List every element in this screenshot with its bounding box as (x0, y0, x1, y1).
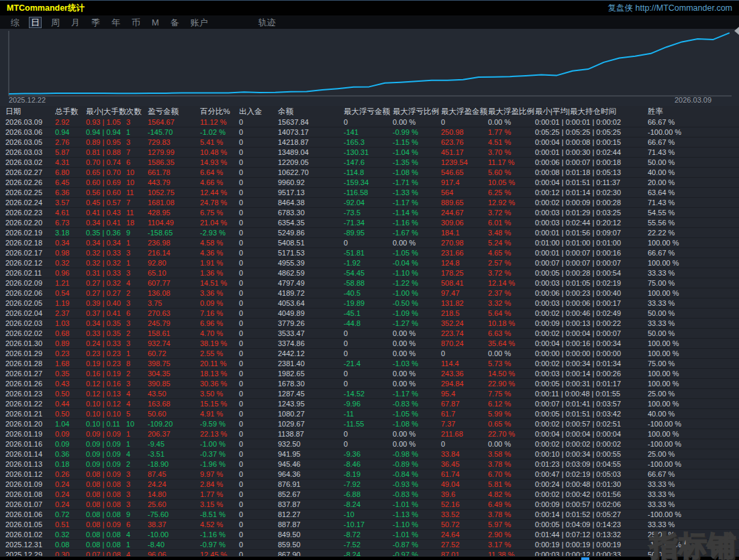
column-header-date[interactable]: 日期 (5, 106, 55, 117)
menu-item-M[interactable]: M (150, 17, 161, 28)
table-row[interactable]: 2026.01.201.040.10 | 0.1110-109.20-9.59 … (5, 419, 739, 429)
cell-pct: 6.75 % (200, 208, 239, 217)
column-header-balance[interactable]: 余额 (278, 106, 344, 117)
table-row[interactable]: 2026.01.060.720.08 | 0.089-75.60-8.51 %0… (5, 510, 739, 520)
cell-date: 2026.01.28 (5, 359, 55, 368)
table-row[interactable]: 2026.01.050.510.08 | 0.09638.374.52 %088… (5, 520, 739, 530)
column-header-win_rate[interactable]: 胜率 (648, 106, 708, 117)
cell-hold_time: 0:01:44 | 0:07:12 | 0:13:32 (535, 530, 648, 539)
table-row[interactable]: 2026.02.266.450.60 | 0.6910443.794.66 %0… (5, 178, 739, 188)
table-row[interactable]: 2026.01.140.360.09 | 0.094-3.51-0.37 %09… (5, 449, 739, 459)
table-row[interactable]: 2026.01.220.440.10 | 0.124163.6815.15 %0… (5, 399, 739, 409)
cell-pct: 14.51 % (200, 278, 239, 288)
menu-item-备[interactable]: 备 (168, 17, 181, 28)
table-row[interactable]: 2026.02.256.360.56 | 0.60111052.7512.44 … (5, 188, 739, 198)
table-row[interactable]: 2026.02.051.190.39 | 0.4033.750.09 %0405… (5, 298, 739, 309)
table-row[interactable]: 2026.02.060.540.27 | 0.272136.083.36 %04… (5, 288, 739, 298)
table-row[interactable]: 2026.02.110.960.31 | 0.33365.101.36 %048… (5, 268, 739, 278)
menu-item-日[interactable]: 日 (29, 17, 42, 28)
cell-pnl: 428.95 (148, 208, 200, 217)
menu-item-账户[interactable]: 账户 (189, 17, 210, 28)
table-row[interactable]: 2026.02.042.370.37 | 0.416270.637.16 %04… (5, 309, 739, 319)
table-row[interactable]: 2026.01.160.090.09 | 0.091-9.45-1.00 %09… (5, 439, 739, 449)
panel-collapse-arrow-icon[interactable] (734, 27, 739, 35)
table-row[interactable]: 2026.01.300.890.24 | 0.333932.7438.19 %0… (5, 339, 739, 349)
menu-item-周[interactable]: 周 (49, 17, 62, 28)
table-row[interactable]: 2025.12.310.080.08 | 0.081-8.40-0.97 %08… (5, 540, 739, 550)
column-header-pct[interactable]: 百分比% (200, 106, 239, 117)
table-row[interactable]: 2026.01.290.230.23 | 0.23160.722.55 %024… (5, 349, 739, 359)
cell-balance: 3779.26 (278, 319, 344, 328)
table-row[interactable]: 2026.01.070.240.08 | 0.08325.603.15 %083… (5, 500, 739, 510)
menu-item-综[interactable]: 综 (9, 17, 21, 28)
table-row[interactable]: 2026.02.170.980.32 | 0.333216.144.36 %05… (5, 248, 739, 258)
cell-max_float_loss_pct: -0.83 % (393, 490, 441, 499)
cell-max_float_profit_pct: 3.72 % (488, 268, 535, 278)
table-row[interactable]: 2026.03.060.940.94 | 0.941-145.70-1.02 %… (5, 127, 739, 137)
cell-min_max_lots: 0.93 | 1.05 (86, 117, 126, 127)
column-header-hold_time[interactable]: 最小|平均|最大持仓时间 (535, 106, 648, 117)
table-row[interactable]: 2026.02.234.610.41 | 0.4311428.956.75 %0… (5, 208, 739, 218)
table-row[interactable]: 2026.02.206.730.34 | 0.41181104.4921.04 … (5, 218, 739, 228)
cell-in_out: 0 (239, 449, 278, 459)
cell-win_rate: 75.00 % (648, 359, 708, 368)
table-row[interactable]: 2026.01.210.500.10 | 0.10550.604.91 %010… (5, 409, 739, 419)
column-header-max_float_profit[interactable]: 最大浮盈金额 (441, 106, 488, 117)
column-header-max_float_profit_pct[interactable]: 最大浮盈比例 (488, 106, 535, 117)
column-header-in_out[interactable]: 出入金 (239, 106, 278, 117)
table-row[interactable]: 2026.02.180.340.34 | 0.341236.984.58 %05… (5, 238, 739, 248)
cell-total_lots: 0.96 (55, 268, 86, 278)
column-header-max_float_loss_pct[interactable]: 最大浮亏比例 (393, 106, 441, 117)
column-header-count[interactable]: 次数 (126, 106, 148, 117)
cell-max_float_loss: -165.3 (344, 137, 393, 147)
table-row[interactable]: 2026.02.276.800.65 | 0.7010661.786.64 %0… (5, 168, 739, 178)
cell-total_lots: 0.94 (55, 127, 86, 137)
table-row[interactable]: 2026.02.120.320.32 | 0.32192.801.91 %049… (5, 258, 739, 268)
table-row[interactable]: 2026.03.035.870.81 | 0.8871279.9910.48 %… (5, 148, 739, 158)
column-header-max_float_loss[interactable]: 最大浮亏金额 (344, 106, 393, 117)
cell-pnl: 60.72 (148, 349, 200, 358)
cell-max_float_profit: 546.65 (441, 168, 488, 177)
table-row[interactable]: 2026.01.020.320.08 | 0.084-10.00-1.16 %0… (5, 530, 739, 540)
table-row[interactable]: 2026.01.090.240.08 | 0.08324.242.84 %087… (5, 480, 739, 490)
table-row[interactable]: 2026.01.130.180.09 | 0.092-18.90-1.96 %0… (5, 459, 739, 469)
menu-item-年[interactable]: 年 (109, 17, 122, 28)
table-row[interactable]: 2026.03.052.760.89 | 0.953729.835.41 %01… (5, 137, 739, 148)
menu-item-轨迹[interactable]: 轨迹 (256, 17, 278, 28)
cell-max_float_profit_pct: 3.72 % (488, 208, 535, 217)
table-row[interactable]: 2026.02.020.680.33 | 0.352158.614.70 %03… (5, 329, 739, 339)
table-row[interactable]: 2026.01.270.350.16 | 0.192304.3518.13 %0… (5, 369, 739, 379)
table-row[interactable]: 2026.01.260.430.12 | 0.163390.8530.36 %0… (5, 379, 739, 389)
table-row[interactable]: 2026.02.193.180.35 | 0.369-158.65-2.93 %… (5, 228, 739, 238)
cell-win_rate: 50.00 % (648, 329, 708, 338)
brand-link[interactable]: 复盘侠 http://MTCommander.com (608, 3, 732, 14)
cell-max_float_loss: -6.88 (344, 490, 393, 499)
table-row[interactable]: 2026.01.281.680.19 | 0.238398.7520.11 %0… (5, 359, 739, 369)
cell-total_lots: 0.24 (55, 480, 86, 489)
cell-pct: 7.16 % (200, 309, 239, 318)
table-row[interactable]: 2026.01.120.260.08 | 0.09387.459.97 %096… (5, 469, 739, 480)
table-row[interactable]: 2026.03.092.920.93 | 1.0531564.6711.12 %… (5, 117, 739, 127)
table-row[interactable]: 2026.01.190.090.09 | 0.091206.3722.13 %0… (5, 429, 739, 439)
cell-max_float_profit: 623.76 (441, 137, 488, 147)
column-header-pnl[interactable]: 盈亏金额 (148, 106, 200, 117)
menu-item-币[interactable]: 币 (130, 17, 142, 28)
table-row[interactable]: 2026.03.024.310.70 | 0.7461586.3514.93 %… (5, 158, 739, 168)
cell-hold_time: 0:00:47 | 0:02:19 | 0:05:03 (535, 469, 648, 479)
column-header-total_lots[interactable]: 总手数 (55, 106, 86, 117)
scrollbar-thumb[interactable] (581, 557, 589, 560)
cell-max_float_profit_pct: 2.57 % (488, 258, 535, 268)
cell-max_float_profit: 95.4 (441, 389, 488, 398)
cell-in_out: 0 (239, 268, 278, 278)
table-row[interactable]: 2026.01.230.500.12 | 0.13443.503.50 %012… (5, 389, 739, 399)
table-row[interactable]: 2026.02.031.030.34 | 0.353245.796.96 %03… (5, 319, 739, 329)
menu-item-月[interactable]: 月 (69, 17, 82, 28)
menu-item-季[interactable]: 季 (89, 17, 102, 28)
cell-max_float_profit: 218.5 (441, 309, 488, 318)
column-header-min_max_lots[interactable]: 最小|大手数 (86, 106, 126, 117)
cell-pnl: -8.40 (148, 540, 200, 549)
table-row[interactable]: 2026.01.080.240.08 | 0.08314.801.77 %085… (5, 490, 739, 500)
table-row[interactable]: 2026.02.243.570.45 | 0.5771681.0824.78 %… (5, 198, 739, 208)
bottom-bar (0, 556, 739, 560)
table-row[interactable]: 2026.02.091.210.27 | 0.324607.7714.51 %0… (5, 278, 739, 288)
